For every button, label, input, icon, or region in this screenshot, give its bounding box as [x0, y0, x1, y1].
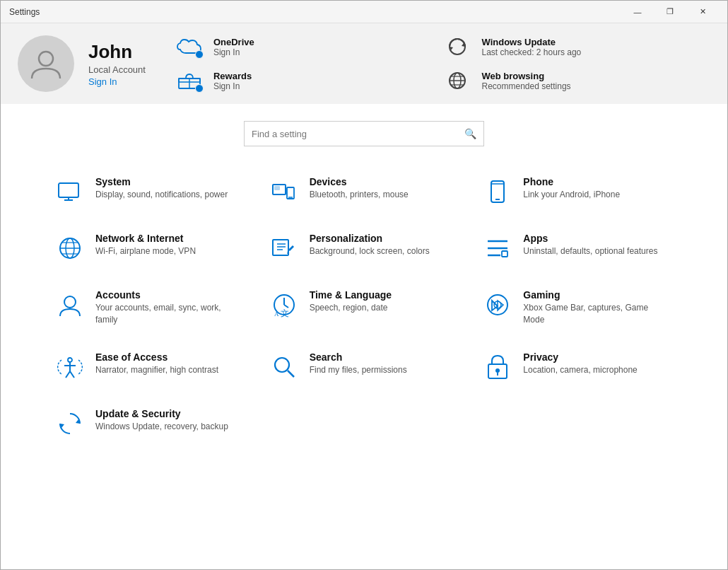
svg-point-48 [275, 358, 289, 372]
privacy-desc: Location, camera, microphone [523, 364, 637, 376]
search-box: 🔍 [244, 121, 484, 146]
onedrive-icon [174, 35, 205, 59]
svg-rect-10 [59, 183, 78, 197]
settings-item-ease[interactable]: Ease of Access Narrator, magnifier, high… [43, 339, 257, 395]
svg-line-47 [70, 371, 74, 378]
svg-point-51 [495, 368, 500, 373]
svg-text:文: 文 [281, 308, 289, 318]
onedrive-subtitle: Sign In [213, 47, 254, 57]
svg-line-30 [288, 250, 288, 254]
web-browsing-text: Web browsing Recommended settings [481, 71, 570, 91]
profile-header: John Local Account Sign In OneDrive Sign… [1, 23, 727, 104]
ease-text: Ease of Access Narrator, magnifier, high… [95, 351, 218, 376]
web-browsing-subtitle: Recommended settings [481, 81, 570, 91]
apps-icon [482, 233, 513, 264]
settings-item-privacy[interactable]: Privacy Location, camera, microphone [471, 339, 685, 395]
accounts-desc: Your accounts, email, sync, work, family [95, 302, 237, 326]
person-icon [28, 46, 64, 81]
settings-item-gaming[interactable]: Gaming Xbox Game Bar, captures, Game Mod… [471, 277, 685, 339]
privacy-icon [482, 351, 513, 383]
rewards-title: Rewards [213, 71, 252, 81]
search-settings-desc: Find my files, permissions [310, 364, 407, 376]
update-title: Update & Security [95, 408, 228, 419]
devices-title: Devices [310, 176, 409, 187]
settings-item-accounts[interactable]: Accounts Your accounts, email, sync, wor… [43, 277, 257, 339]
settings-item-update[interactable]: Update & Security Windows Update, recove… [43, 395, 257, 452]
search-area: 🔍 [1, 104, 727, 163]
windows-update-service[interactable]: Windows Update Last checked: 2 hours ago [442, 35, 710, 59]
settings-item-system[interactable]: System Display, sound, notifications, po… [43, 163, 257, 220]
gaming-text: Gaming Xbox Game Bar, captures, Game Mod… [523, 289, 664, 326]
settings-item-apps[interactable]: Apps Uninstall, defaults, optional featu… [471, 220, 685, 277]
onedrive-service[interactable]: OneDrive Sign In [174, 35, 442, 59]
search-icon: 🔍 [464, 128, 476, 139]
search-settings-icon [269, 351, 300, 383]
web-browsing-title: Web browsing [481, 71, 570, 81]
rewards-service[interactable]: Rewards Sign In [174, 69, 442, 93]
web-browsing-icon [442, 69, 473, 93]
windows-update-text: Windows Update Last checked: 2 hours ago [481, 37, 581, 57]
windows-update-title: Windows Update [481, 37, 581, 47]
app-title: Settings [9, 7, 621, 17]
svg-line-46 [66, 371, 70, 378]
phone-desc: Link your Android, iPhone [523, 189, 620, 201]
svg-rect-34 [502, 251, 507, 257]
settings-item-time[interactable]: A 文 Time & Language Speech, region, date [257, 277, 471, 339]
rewards-text: Rewards Sign In [213, 71, 252, 91]
phone-icon [482, 176, 513, 207]
devices-text: Devices Bluetooth, printers, mouse [310, 176, 409, 201]
windows-update-subtitle: Last checked: 2 hours ago [481, 47, 581, 57]
svg-text:A: A [274, 310, 279, 318]
settings-item-network[interactable]: Network & Internet Wi-Fi, airplane mode,… [43, 220, 257, 277]
time-desc: Speech, region, date [310, 302, 392, 314]
accounts-icon [54, 289, 86, 320]
devices-icon [269, 176, 300, 207]
windows-update-icon [442, 35, 473, 59]
svg-line-49 [288, 371, 294, 377]
ease-icon [54, 351, 86, 383]
signin-link[interactable]: Sign In [88, 76, 146, 87]
time-icon: A 文 [269, 289, 300, 320]
settings-item-phone[interactable]: Phone Link your Android, iPhone [471, 163, 685, 220]
gaming-desc: Xbox Game Bar, captures, Game Mode [523, 302, 664, 326]
ease-title: Ease of Access [95, 351, 218, 363]
apps-text: Apps Uninstall, defaults, optional featu… [523, 233, 657, 257]
time-title: Time & Language [310, 289, 392, 301]
personalization-desc: Background, lock screen, colors [310, 245, 430, 257]
minimize-button[interactable]: — [621, 1, 654, 23]
avatar [18, 35, 74, 92]
search-settings-title: Search [310, 351, 407, 363]
close-button[interactable]: ✕ [686, 1, 719, 23]
system-desc: Display, sound, notifications, power [95, 189, 228, 201]
network-icon [54, 233, 86, 264]
network-desc: Wi-Fi, airplane mode, VPN [95, 245, 196, 257]
privacy-text: Privacy Location, camera, microphone [523, 351, 637, 376]
settings-item-devices[interactable]: Devices Bluetooth, printers, mouse [257, 163, 471, 220]
ease-desc: Narrator, magnifier, high contrast [95, 364, 218, 376]
apps-desc: Uninstall, defaults, optional features [523, 245, 657, 257]
system-title: System [95, 176, 228, 187]
system-icon [54, 176, 86, 207]
account-type: Local Account [88, 64, 146, 75]
search-input[interactable] [252, 129, 464, 139]
gaming-title: Gaming [523, 289, 664, 301]
apps-title: Apps [523, 233, 657, 244]
accounts-text: Accounts Your accounts, email, sync, wor… [95, 289, 237, 326]
svg-rect-26 [273, 240, 288, 255]
settings-grid: System Display, sound, notifications, po… [1, 163, 727, 452]
phone-text: Phone Link your Android, iPhone [523, 176, 620, 201]
accounts-title: Accounts [95, 289, 237, 301]
status-dot [195, 50, 204, 59]
settings-item-personalization[interactable]: Personalization Background, lock screen,… [257, 220, 471, 277]
devices-desc: Bluetooth, printers, mouse [310, 189, 409, 201]
search-settings-text: Search Find my files, permissions [310, 351, 407, 376]
svg-point-0 [39, 52, 53, 66]
settings-item-search[interactable]: Search Find my files, permissions [257, 339, 471, 395]
system-text: System Display, sound, notifications, po… [95, 176, 228, 201]
onedrive-title: OneDrive [213, 37, 254, 47]
titlebar: Settings — ❐ ✕ [1, 1, 727, 23]
web-browsing-service[interactable]: Web browsing Recommended settings [442, 69, 710, 93]
service-col-1: OneDrive Sign In Rewards Sig [174, 35, 442, 93]
svg-point-43 [68, 358, 72, 362]
maximize-button[interactable]: ❐ [654, 1, 686, 23]
